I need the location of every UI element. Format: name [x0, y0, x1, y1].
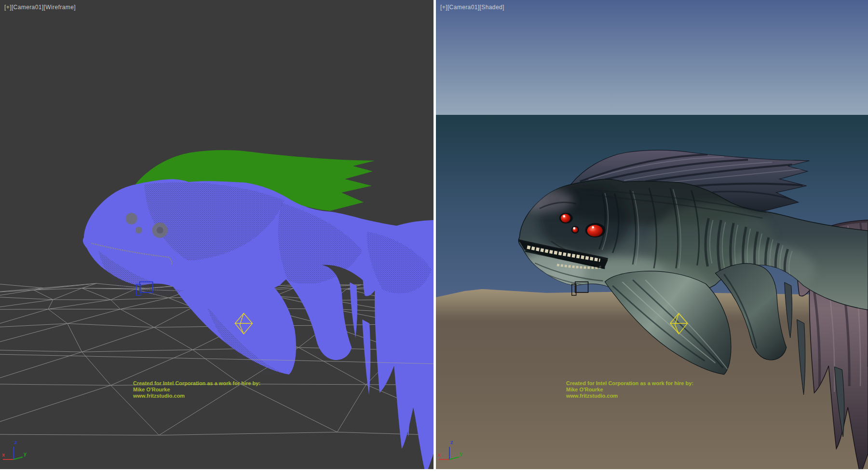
credit-line-3: www.fritzstudio.com [566, 393, 618, 399]
world-axis-gizmo: x z y [1, 438, 35, 467]
axis-y-line [449, 457, 459, 459]
viewport-label-wireframe[interactable]: [+][Camera01][Wireframe] [4, 4, 76, 11]
axis-x-label: x [438, 452, 441, 458]
credit-line-2: Mike O'Rourke [133, 387, 170, 392]
axis-y-label: y [24, 451, 27, 457]
viewport-camera01-shaded[interactable]: [+][Camera01][Shaded] Created for Intel … [436, 0, 868, 469]
credit-text: Created for Intel Corporation as a work … [133, 380, 260, 399]
credit-line-1: Created for Intel Corporation as a work … [566, 380, 693, 386]
axis-x-label: x [2, 452, 5, 458]
credit-line-2: Mike O'Rourke [566, 387, 603, 392]
credit-line-3: www.fritzstudio.com [133, 393, 185, 399]
window-frame-bottom [0, 469, 868, 472]
max-viewport-area: [+][Camera01][Wireframe] Created for Int… [0, 0, 868, 472]
axis-z-label: z [450, 439, 453, 445]
viewport-camera01-wireframe[interactable]: [+][Camera01][Wireframe] Created for Int… [0, 0, 434, 469]
axis-y-line [14, 457, 23, 459]
credit-line-1: Created for Intel Corporation as a work … [133, 380, 260, 386]
axis-y-label: y [460, 451, 463, 457]
viewport-label-shaded[interactable]: [+][Camera01][Shaded] [440, 4, 504, 11]
credit-text: Created for Intel Corporation as a work … [566, 380, 693, 399]
axis-z-label: z [14, 439, 17, 445]
fish-model[interactable] [83, 150, 434, 469]
world-axis-gizmo: x z y [437, 438, 471, 467]
